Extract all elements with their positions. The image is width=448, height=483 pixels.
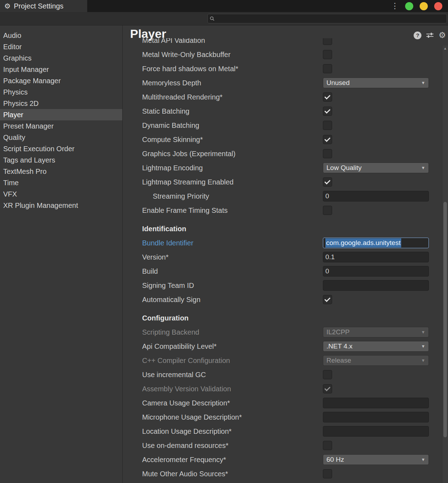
dropdown-lightmap-encoding[interactable]: Low Quality▼ [323, 163, 429, 173]
setting-row-multithreaded-rendering: Multithreaded Rendering* [123, 90, 429, 104]
setting-row-use-on-demand-resources: Use on-demand resources* [123, 438, 429, 453]
setting-control: com.google.ads.unitytest [323, 238, 429, 248]
setting-control: .NET 4.x▼ [323, 341, 429, 352]
dropdown-memoryless-depth[interactable]: Unused▼ [323, 78, 429, 88]
search-input[interactable] [207, 14, 447, 23]
traffic-light-green[interactable] [405, 2, 413, 10]
setting-control [323, 295, 429, 304]
checkbox-lightmap-streaming-enabled[interactable] [323, 177, 332, 187]
settings-category-sidebar: AudioEditorGraphicsInput ManagerPackage … [0, 25, 123, 483]
sidebar-item-physics[interactable]: Physics [0, 86, 122, 98]
chevron-down-icon: ▼ [421, 80, 425, 85]
setting-row-api-compatibility-level: Api Compatibility Level*.NET 4.x▼ [123, 339, 429, 353]
setting-label: Api Compatibility Level* [142, 342, 323, 351]
setting-label: Assembly Version Validation [142, 385, 323, 393]
gear-icon[interactable]: ⚙ [438, 31, 446, 39]
setting-control: Low Quality▼ [323, 163, 429, 173]
sidebar-item-textmesh-pro[interactable]: TextMesh Pro [0, 166, 122, 177]
section-header-configuration: Configuration [123, 311, 429, 325]
setting-control [323, 280, 429, 291]
setting-control [323, 412, 429, 422]
text-input-location-usage-description[interactable] [323, 426, 429, 437]
setting-control [323, 149, 429, 158]
traffic-light-yellow[interactable] [420, 2, 428, 10]
section-header-identification: Identification [123, 222, 429, 236]
project-settings-window: ⚙ Project Settings ⋮ AudioEditorGraphics… [0, 0, 448, 483]
setting-label: Dynamic Batching [142, 121, 323, 130]
setting-control [323, 135, 429, 144]
text-input-signing-team-id[interactable] [323, 280, 429, 291]
traffic-light-red[interactable] [434, 2, 442, 10]
scrollbar-up-arrow-icon[interactable]: ▲ [442, 45, 448, 51]
checkbox-use-on-demand-resources[interactable] [323, 441, 332, 450]
checkbox-use-incremental-gc[interactable] [323, 370, 332, 379]
sidebar-item-player[interactable]: Player [0, 109, 122, 120]
sidebar-item-editor[interactable]: Editor [0, 41, 122, 52]
setting-control [323, 64, 429, 73]
setting-label: Microphone Usage Description* [142, 413, 323, 421]
checkbox-static-batching[interactable] [323, 107, 332, 116]
setting-label: Mute Other Audio Sources* [142, 470, 323, 478]
sidebar-item-input-manager[interactable]: Input Manager [0, 64, 122, 75]
setting-label: Metal Write-Only Backbuffer [142, 51, 323, 59]
sidebar-item-package-manager[interactable]: Package Manager [0, 75, 122, 86]
sidebar-item-xr-plugin-management[interactable]: XR Plugin Management [0, 200, 122, 211]
text-input-build[interactable]: 0 [323, 266, 429, 277]
scrollbar-thumb[interactable] [443, 202, 447, 437]
setting-row-use-incremental-gc: Use incremental GC [123, 368, 429, 382]
checkmark-icon [324, 93, 330, 99]
text-input-microphone-usage-description[interactable] [323, 412, 429, 422]
setting-row-lightmap-streaming-enabled: Lightmap Streaming Enabled [123, 175, 429, 189]
checkbox-metal-api-validation[interactable] [323, 38, 332, 45]
setting-row-camera-usage-description: Camera Usage Description* [123, 396, 429, 410]
chevron-down-icon: ▼ [421, 344, 425, 349]
checkbox-metal-write-only-backbuffer[interactable] [323, 50, 332, 59]
sidebar-item-time[interactable]: Time [0, 177, 122, 188]
text-input-streaming-priority[interactable]: 0 [323, 191, 429, 201]
sidebar-item-physics-2d[interactable]: Physics 2D [0, 98, 122, 109]
chevron-down-icon: ▼ [421, 330, 425, 335]
kebab-menu-icon[interactable]: ⋮ [391, 2, 399, 10]
dropdown-accelerometer-frequency[interactable]: 60 Hz▼ [323, 454, 429, 465]
checkbox-multithreaded-rendering[interactable] [323, 92, 332, 102]
dropdown-value: Low Quality [326, 164, 362, 172]
chevron-down-icon: ▼ [421, 165, 425, 170]
sidebar-item-graphics[interactable]: Graphics [0, 52, 122, 64]
setting-label: Version* [142, 253, 323, 261]
titlebar: ⚙ Project Settings ⋮ [0, 0, 448, 12]
sidebar-item-audio[interactable]: Audio [0, 30, 122, 41]
checkbox-force-hard-shadows-on-metal[interactable] [323, 64, 332, 73]
checkbox-mute-other-audio-sources[interactable] [323, 469, 332, 478]
dropdown-value: 60 Hz [326, 456, 344, 464]
setting-label: Force hard shadows on Metal* [142, 65, 323, 73]
sidebar-item-vfx[interactable]: VFX [0, 188, 122, 200]
window-tab-project-settings[interactable]: ⚙ Project Settings [0, 0, 87, 12]
checkmark-icon [324, 385, 330, 391]
text-input-value: 0.1 [325, 253, 335, 261]
chevron-down-icon: ▼ [421, 358, 425, 363]
checkbox-graphics-jobs-experimental[interactable] [323, 149, 332, 158]
text-input-version[interactable]: 0.1 [323, 252, 429, 262]
setting-row-dynamic-batching: Dynamic Batching [123, 118, 429, 132]
help-icon[interactable]: ? [414, 32, 421, 39]
setting-row-build: Build0 [123, 264, 429, 278]
sidebar-item-script-execution-order[interactable]: Script Execution Order [0, 143, 122, 154]
sidebar-item-quality[interactable]: Quality [0, 132, 122, 143]
sidebar-item-preset-manager[interactable]: Preset Manager [0, 120, 122, 132]
text-input-camera-usage-description[interactable] [323, 398, 429, 408]
text-input-bundle-identifier[interactable]: com.google.ads.unitytest [323, 238, 429, 248]
setting-control [323, 441, 429, 450]
setting-control: Release▼ [323, 355, 429, 366]
dropdown-api-compatibility-level[interactable]: .NET 4.x▼ [323, 341, 429, 352]
setting-row-metal-api-validation: Metal API Validation [123, 38, 429, 47]
checkbox-assembly-version-validation [323, 384, 332, 393]
vertical-scrollbar[interactable]: ▲ [442, 45, 448, 483]
setting-label: Accelerometer Frequency* [142, 456, 323, 464]
checkbox-dynamic-batching[interactable] [323, 121, 332, 130]
checkbox-compute-skinning[interactable] [323, 135, 332, 144]
checkbox-automatically-sign[interactable] [323, 295, 332, 304]
setting-label: Lightmap Encoding [142, 164, 323, 172]
checkbox-enable-frame-timing-stats[interactable] [323, 206, 332, 215]
presets-icon[interactable] [426, 32, 433, 39]
sidebar-item-tags-and-layers[interactable]: Tags and Layers [0, 154, 122, 166]
